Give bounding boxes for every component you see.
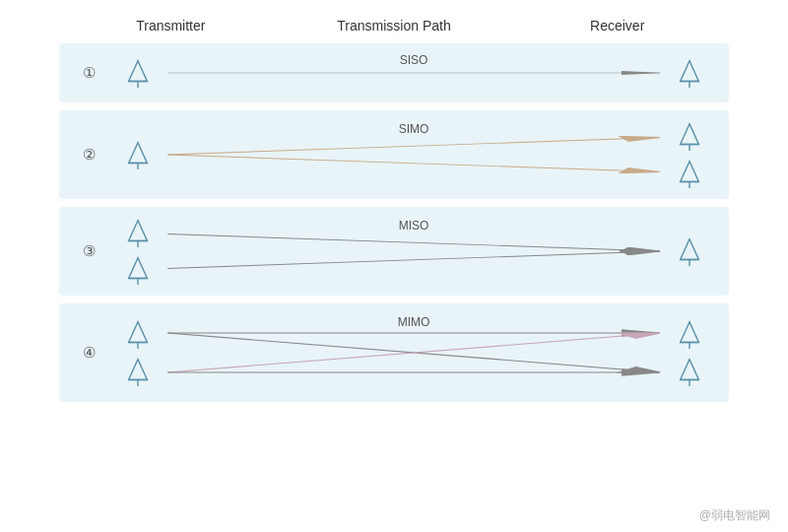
tx-group-3 xyxy=(108,217,167,286)
path-label-4: MIMO xyxy=(398,315,430,329)
tx-antenna-4-2 xyxy=(124,356,152,387)
svg-marker-31 xyxy=(681,239,699,260)
rx-group-3 xyxy=(660,235,719,267)
row-label-4: ④ xyxy=(69,344,108,362)
rx-antenna-4-1 xyxy=(676,318,703,350)
path-area-4: MIMO xyxy=(167,313,660,392)
svg-marker-51 xyxy=(681,360,699,380)
rx-antenna-1-1 xyxy=(676,57,703,89)
tx-antenna-3-2 xyxy=(124,254,152,286)
tx-group-2 xyxy=(108,139,167,170)
path-area-2: SIMO xyxy=(167,120,660,189)
row-label-3: ③ xyxy=(69,242,108,260)
tx-group-1 xyxy=(108,57,167,89)
row-label-1: ① xyxy=(69,64,108,82)
header-path: Transmission Path xyxy=(283,18,506,33)
rx-antenna-2-2 xyxy=(676,158,703,189)
svg-line-30 xyxy=(167,251,660,269)
svg-marker-37 xyxy=(129,360,148,380)
rx-group-1 xyxy=(660,57,719,89)
tx-antenna-4-1 xyxy=(124,318,152,350)
row-inner-2: SIMO xyxy=(108,120,719,189)
svg-marker-5 xyxy=(681,61,699,82)
rx-group-2 xyxy=(660,120,719,189)
row-label-2: ② xyxy=(69,146,108,164)
tx-antenna-3-1 xyxy=(124,217,152,248)
svg-marker-21 xyxy=(129,221,148,241)
header: Transmitter Transmission Path Receiver xyxy=(59,0,729,43)
rows-container: ① SISO ② SIMO xyxy=(59,43,729,402)
tx-antenna-2-1 xyxy=(124,139,152,170)
tx-antenna-1-1 xyxy=(124,57,152,89)
svg-marker-8 xyxy=(129,143,148,164)
path-area-1: SISO xyxy=(167,51,660,95)
header-transmitter: Transmitter xyxy=(59,18,283,33)
row-inner-1: SISO xyxy=(108,51,719,95)
svg-line-28 xyxy=(167,234,660,252)
svg-marker-15 xyxy=(681,124,699,145)
path-label-2: SIMO xyxy=(399,122,429,136)
path-label-1: SISO xyxy=(400,53,428,67)
diagram-row-2: ② SIMO xyxy=(59,110,729,199)
svg-marker-34 xyxy=(129,322,148,343)
watermark: @弱电智能网 xyxy=(699,507,770,524)
svg-marker-18 xyxy=(681,162,699,182)
row-inner-3: MISO xyxy=(108,217,719,286)
path-area-3: MISO xyxy=(167,217,660,286)
svg-marker-24 xyxy=(129,258,148,279)
header-receiver: Receiver xyxy=(505,18,729,33)
svg-line-12 xyxy=(167,138,660,156)
rx-antenna-4-2 xyxy=(676,356,703,387)
path-label-3: MISO xyxy=(399,219,429,233)
rx-group-4 xyxy=(660,318,719,387)
svg-marker-48 xyxy=(681,322,699,343)
svg-marker-0 xyxy=(129,61,148,82)
row-inner-4: MIMO xyxy=(108,313,719,392)
rx-antenna-3-1 xyxy=(676,235,703,267)
diagram-row-1: ① SISO xyxy=(59,43,729,102)
rx-antenna-2-1 xyxy=(676,120,703,152)
diagram-row-4: ④ MIMO xyxy=(59,303,729,402)
diagram-row-3: ③ MISO xyxy=(59,207,729,296)
svg-line-14 xyxy=(167,155,660,172)
tx-group-4 xyxy=(108,318,167,387)
